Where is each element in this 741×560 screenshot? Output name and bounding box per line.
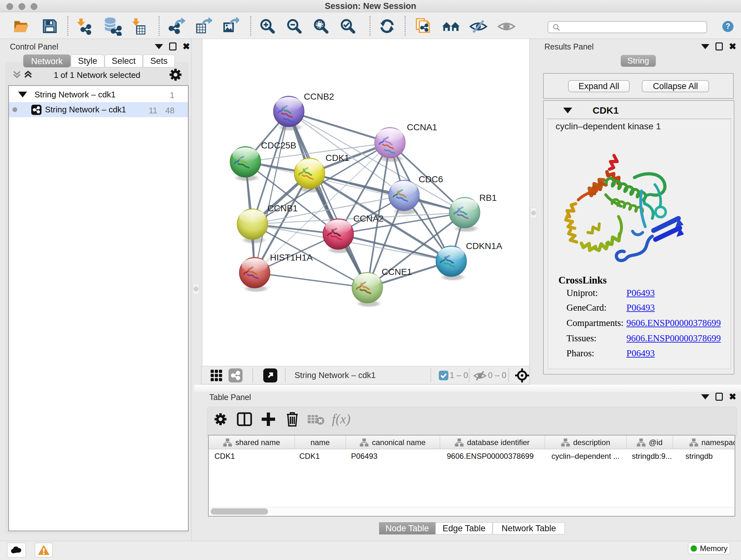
svg-text:CDC25B: CDC25B — [261, 140, 296, 150]
svg-text:CCNB1: CCNB1 — [267, 203, 298, 213]
svg-text:CDC6: CDC6 — [419, 174, 443, 184]
svg-text:CDK1: CDK1 — [326, 153, 349, 163]
svg-text:HIST1H1A: HIST1H1A — [270, 253, 313, 262]
svg-text:CCNE1: CCNE1 — [382, 267, 412, 277]
svg-text:CDKN1A: CDKN1A — [466, 241, 502, 251]
svg-text:CCNA1: CCNA1 — [407, 122, 437, 132]
svg-text:?: ? — [726, 22, 731, 30]
svg-text:CCNB2: CCNB2 — [304, 91, 334, 102]
svg-text:RB1: RB1 — [479, 193, 496, 203]
svg-text:CCNA2: CCNA2 — [353, 213, 384, 224]
